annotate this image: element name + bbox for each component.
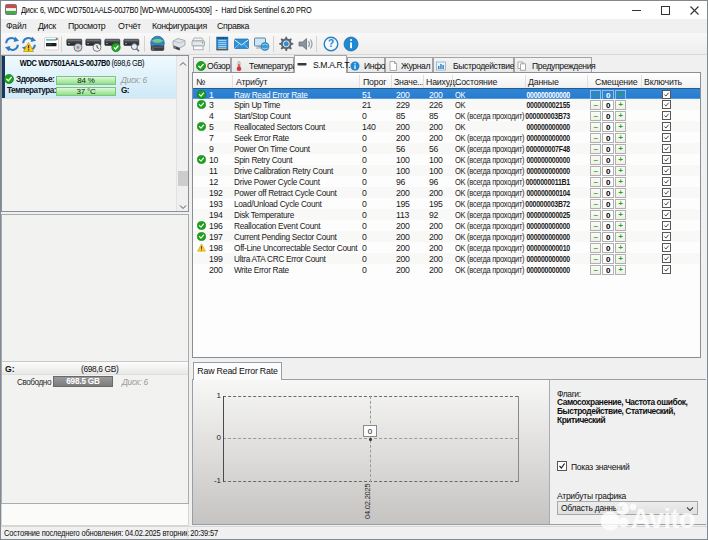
- svg-text:?: ?: [328, 38, 334, 49]
